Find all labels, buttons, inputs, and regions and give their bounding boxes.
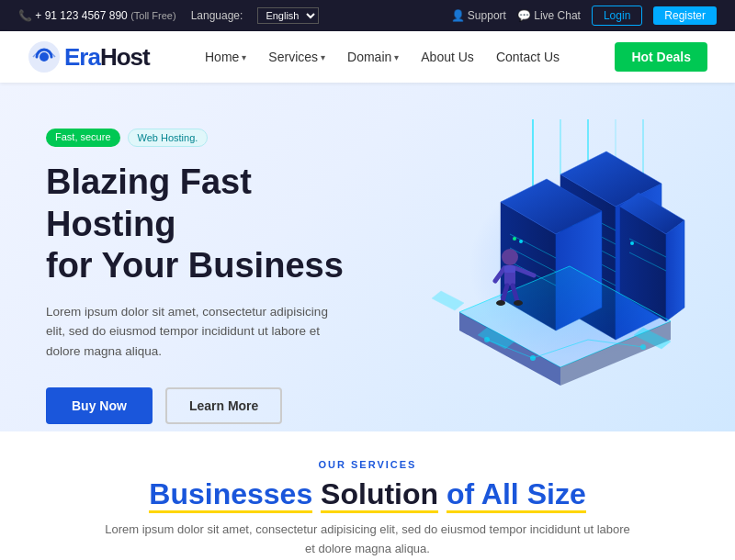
badge-web-hosting: Web Hosting. <box>128 129 209 147</box>
svg-point-33 <box>630 241 634 245</box>
services-label: OUR SERVICES <box>46 459 689 470</box>
svg-marker-30 <box>666 220 684 321</box>
nav-item-domain[interactable]: Domain ▾ <box>347 50 399 64</box>
svg-point-52 <box>496 300 505 306</box>
hot-deals-button[interactable]: Hot Deals <box>615 42 707 72</box>
services-description: Lorem ipsum dolor sit amet, consectetur … <box>101 521 634 559</box>
top-bar-left: 📞 + 91 123 4567 890 (Toll Free) Language… <box>18 7 319 24</box>
login-button[interactable]: Login <box>592 6 642 26</box>
hero-title: Blazing Fast Hosting for Your Business <box>46 162 349 287</box>
register-button[interactable]: Register <box>653 6 717 25</box>
hero-left: Fast, secure Web Hosting. Blazing Fast H… <box>46 119 349 424</box>
top-bar-right: 👤 Support 💬 Live Chat Login Register <box>451 6 717 26</box>
logo-icon <box>28 40 61 73</box>
svg-point-27 <box>519 240 523 243</box>
hero-section: Fast, secure Web Hosting. Blazing Fast H… <box>0 83 735 431</box>
svg-point-45 <box>640 344 646 350</box>
services-section: OUR SERVICES Businesses Solution of All … <box>0 431 735 560</box>
svg-point-44 <box>484 337 490 342</box>
svg-marker-39 <box>432 291 464 310</box>
nav-links: Home ▾ Services ▾ Domain ▾ About Us Cont… <box>205 50 560 64</box>
nav-item-services[interactable]: Services ▾ <box>268 50 325 64</box>
nav-item-contact[interactable]: Contact Us <box>496 50 560 64</box>
logo[interactable]: EraHost <box>28 40 150 73</box>
nav-item-about[interactable]: About Us <box>421 50 474 64</box>
language-label: Language: <box>191 9 243 22</box>
badge-fast-secure: Fast, secure <box>46 129 120 147</box>
svg-point-26 <box>513 237 516 241</box>
learn-more-button[interactable]: Learn More <box>165 387 282 424</box>
svg-point-1 <box>40 52 49 62</box>
top-bar: 📞 + 91 123 4567 890 (Toll Free) Language… <box>0 0 735 31</box>
navbar: EraHost Home ▾ Services ▾ Domain ▾ About… <box>0 31 735 83</box>
logo-text: EraHost <box>64 43 150 72</box>
svg-point-46 <box>502 249 518 265</box>
badge-row: Fast, secure Web Hosting. <box>46 129 349 147</box>
buy-now-button[interactable]: Buy Now <box>46 387 153 424</box>
svg-point-53 <box>514 300 523 306</box>
hero-illustration <box>349 119 689 422</box>
services-title: Businesses Solution of All Size <box>46 477 689 511</box>
language-select[interactable]: English Hindi <box>257 7 319 24</box>
livechat-link[interactable]: 💬 Live Chat <box>517 9 581 22</box>
services-title-highlight: Solution <box>321 477 438 513</box>
svg-rect-54 <box>504 265 515 273</box>
phone-number: 📞 + 91 123 4567 890 (Toll Free) <box>18 9 176 22</box>
svg-point-43 <box>530 355 536 361</box>
nav-item-home[interactable]: Home ▾ <box>205 50 246 64</box>
hero-description: Lorem ipsum dolor sit amet, consectetur … <box>46 302 349 362</box>
server-svg <box>349 119 689 422</box>
hero-buttons: Buy Now Learn More <box>46 387 349 424</box>
support-link[interactable]: 👤 Support <box>451 9 506 22</box>
